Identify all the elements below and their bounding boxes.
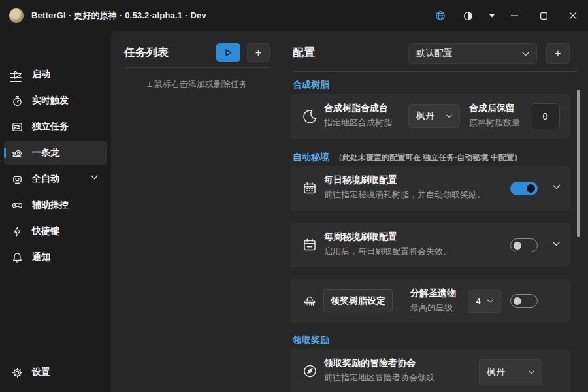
title-bar: BetterGI · 更好的原神 · 0.53.2-alpha.1 · Dev: [0, 0, 588, 31]
card-subtitle: 前往指定秘境消耗树脂，并自动领取奖励。: [324, 189, 485, 201]
section-claim-rewards: 领取奖励: [293, 335, 329, 346]
app-logo: [9, 8, 24, 23]
chevron-down-icon[interactable]: [552, 241, 561, 246]
card-title: 每日秘境刷取配置: [324, 174, 397, 186]
sidebar-item-label: 实时触发: [32, 95, 69, 106]
gamepad-icon: [12, 200, 23, 211]
compass-icon: [302, 364, 318, 379]
config-profile-select[interactable]: 默认配置: [408, 43, 537, 64]
minimize-icon: [511, 15, 518, 16]
run-tasks-button[interactable]: [216, 43, 240, 62]
guild-region-select[interactable]: 枫丹: [479, 359, 542, 385]
sidebar-item-assist-control[interactable]: 辅助操控: [4, 193, 107, 217]
caret-down-icon: [489, 14, 495, 18]
card-subtitle: 启用后，每日刷取配置将会失效。: [324, 246, 451, 257]
task-list-hint: ± 鼠标右击添加或删除任务: [124, 78, 270, 90]
task-card-icon: [12, 122, 23, 133]
section-note: （此处未覆盖的配置可在 独立任务-自动秘境 中配置）: [335, 153, 522, 162]
plus-icon: +: [555, 48, 561, 59]
resin-keep-count-input[interactable]: 0: [531, 103, 560, 129]
globe-icon: [435, 10, 446, 21]
chevron-down-icon[interactable]: [91, 175, 98, 180]
sidebar-item-label: 设置: [32, 367, 50, 378]
star-level-select[interactable]: 4: [468, 289, 501, 313]
sidebar-item-realtime-trigger[interactable]: 实时触发: [4, 89, 107, 112]
reward-resin-settings-button[interactable]: 领奖树脂设定: [323, 289, 393, 312]
sidebar-item-hotkeys[interactable]: 快捷键: [4, 220, 107, 243]
play-icon: [224, 48, 233, 57]
sidebar-item-label: 独立任务: [32, 121, 69, 133]
max-star-label: 最高的星级: [410, 302, 453, 314]
card-resin-crafting: 合成树脂合成台 指定地区合成树脂 枫丹 合成后保留 原粹树脂数量 0: [290, 94, 570, 139]
sidebar-item-notifications[interactable]: 通知: [4, 246, 107, 269]
theme-toggle-button[interactable]: [455, 0, 481, 31]
sidebar-item-independent-tasks[interactable]: 独立任务: [4, 115, 107, 139]
card-title: 领取奖励的冒险者协会: [324, 357, 416, 369]
sidebar-item-full-auto[interactable]: 全自动: [4, 167, 107, 191]
sidebar-item-settings[interactable]: 设置: [4, 361, 107, 384]
sidebar-item-label: 一条龙: [32, 147, 59, 159]
sidebar-item-label: 启动: [32, 69, 50, 80]
navigation-sidebar: 启动 实时触发 独立任务 一条龙 全自动 辅助操控: [0, 31, 111, 392]
sidebar-item-one-dragon[interactable]: 一条龙: [4, 141, 107, 165]
comb-icon: [302, 294, 317, 308]
calendar-week-icon: [302, 238, 317, 252]
chevron-down-icon: [529, 370, 534, 374]
card-subtitle: 指定地区合成树脂: [324, 117, 392, 129]
sidebar-item-label: 全自动: [32, 173, 59, 185]
gear-icon: [12, 367, 23, 378]
section-auto-domain: 自动秘境（此处未覆盖的配置可在 独立任务-自动秘境 中配置）: [293, 152, 522, 163]
chevron-down-icon[interactable]: [552, 184, 561, 189]
scrollbar-thumb[interactable]: [577, 90, 580, 237]
card-adventurer-guild: 领取奖励的冒险者协会 前往指定地区冒险者协会领取 枫丹: [290, 349, 570, 392]
sidebar-item-start[interactable]: 启动: [4, 63, 107, 86]
chevron-down-icon: [446, 114, 452, 118]
original-resin-count-label: 原粹树脂数量: [469, 117, 520, 129]
maximize-button[interactable]: [531, 0, 557, 31]
salvage-toggle[interactable]: [510, 294, 538, 308]
section-synthesize-resin: 合成树脂: [293, 79, 329, 91]
add-profile-button[interactable]: +: [546, 43, 570, 64]
config-title: 配置: [293, 45, 315, 60]
salvage-artifacts-label: 分解圣遗物: [410, 287, 456, 299]
task-list-title: 任务列表: [124, 45, 169, 60]
card-title: 合成树脂合成台: [324, 103, 388, 114]
minimize-button[interactable]: [501, 0, 527, 31]
config-divider: [293, 71, 578, 72]
robot-icon: [12, 174, 23, 185]
chevron-down-icon: [487, 299, 493, 303]
config-profile-value: 默认配置: [416, 48, 453, 59]
bell-icon: [12, 252, 23, 263]
stopwatch-icon: [12, 95, 23, 106]
sidebar-item-label: 通知: [32, 252, 50, 263]
plus-icon: +: [255, 47, 261, 59]
theme-contrast-icon: [463, 11, 473, 21]
close-button[interactable]: [560, 0, 586, 31]
chevron-down-icon: [522, 52, 529, 56]
moon-icon: [302, 108, 318, 124]
sidebar-item-label: 快捷键: [32, 225, 59, 237]
sidebar-item-label: 辅助操控: [32, 199, 69, 211]
calendar-day-icon: [302, 181, 317, 195]
task-list-divider: [124, 67, 270, 68]
keep-after-craft-label: 合成后保留: [469, 103, 515, 114]
window-title: BetterGI · 更好的原神 · 0.53.2-alpha.1 · Dev: [31, 10, 206, 22]
lightning-icon: [12, 226, 23, 237]
resin-region-select[interactable]: 枫丹: [408, 104, 460, 128]
play-icon: [12, 69, 23, 80]
card-subtitle: 前往指定地区冒险者协会领取: [324, 372, 434, 384]
add-task-button[interactable]: +: [247, 43, 270, 62]
daily-domain-toggle[interactable]: [510, 182, 538, 195]
card-reward-resin: 领奖树脂设定 分解圣遗物 最高的星级 4: [290, 279, 570, 323]
close-icon: [569, 12, 577, 20]
card-weekly-domain: 每周秘境刷取配置 启用后，每日刷取配置将会失效。: [290, 223, 570, 267]
snail-icon: [12, 148, 23, 159]
card-daily-domain: 每日秘境刷取配置 前往指定秘境消耗树脂，并自动领取奖励。: [290, 166, 570, 210]
language-globe-button[interactable]: [427, 0, 453, 31]
weekly-domain-toggle[interactable]: [510, 238, 538, 252]
maximize-icon: [540, 12, 547, 20]
card-title: 每周秘境刷取配置: [324, 231, 397, 243]
